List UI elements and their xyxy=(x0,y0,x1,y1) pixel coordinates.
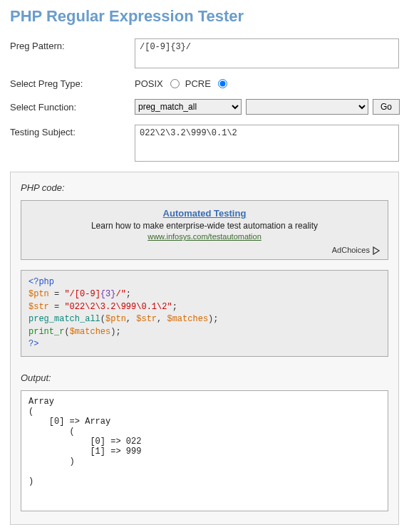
code-l4-c1: , xyxy=(126,314,136,324)
code-l4-func: preg_match_all xyxy=(29,314,100,324)
code-l5-p1: ( xyxy=(64,327,69,337)
results-panel: PHP code: Automated Testing Learn how to… xyxy=(10,172,399,525)
code-l5-func: print_r xyxy=(29,327,64,337)
code-l3-semi: ; xyxy=(172,302,177,312)
code-l3-str: "022\2\3.2\999\0.1\2" xyxy=(64,302,172,312)
code-l2-semi: ; xyxy=(126,289,131,299)
code-l3-var: $str xyxy=(29,302,49,312)
code-l3-eq: = xyxy=(49,302,65,312)
output-box: Array ( [0] => Array ( [0] => 022 [1] =>… xyxy=(21,390,388,511)
code-l2-str1: "/[0-9] xyxy=(64,289,100,299)
adchoices-label[interactable]: AdChoices xyxy=(332,246,370,254)
function-select[interactable]: preg_match_all xyxy=(135,99,242,115)
output-heading: Output: xyxy=(21,372,388,383)
pcre-label: PCRE xyxy=(185,78,211,89)
code-close-tag: ?> xyxy=(29,339,38,349)
pattern-label: Preg Pattern: xyxy=(10,38,135,51)
code-l4-arg3: $matches xyxy=(167,314,208,324)
subject-label: Testing Subject: xyxy=(10,125,135,137)
code-l2-eq: = xyxy=(49,289,65,299)
extra-select[interactable] xyxy=(246,99,368,115)
posix-radio[interactable] xyxy=(170,79,180,88)
ad-description: Learn how to make enterprise-wide test a… xyxy=(91,221,318,231)
ad-title-link[interactable]: Automated Testing xyxy=(163,208,247,219)
code-l2-var: $ptn xyxy=(29,289,49,299)
ad-box: Automated Testing Learn how to make ente… xyxy=(21,200,388,260)
code-open-tag: <?php xyxy=(29,277,54,287)
code-l4-p1: ( xyxy=(100,314,105,324)
code-l2-str2: {3} xyxy=(100,289,116,299)
code-l4-c2: , xyxy=(157,314,167,324)
adchoices-icon xyxy=(372,246,380,255)
code-l4-arg1: $ptn xyxy=(105,314,126,324)
preg-type-label: Select Preg Type: xyxy=(10,78,135,89)
function-label: Select Function: xyxy=(10,102,135,113)
posix-label: POSIX xyxy=(135,78,163,89)
code-l2-str3: /" xyxy=(115,289,125,299)
php-code-heading: PHP code: xyxy=(21,182,388,193)
subject-input[interactable]: 022\2\3.2\999\0.1\2 xyxy=(135,125,399,162)
ad-url-link[interactable]: www.infosys.com/testautomation xyxy=(147,232,262,241)
code-l5-arg: $matches xyxy=(70,327,111,337)
go-button[interactable]: Go xyxy=(373,99,400,115)
php-code-box: <?php $ptn = "/[0-9]{3}/"; $str = "022\2… xyxy=(21,270,388,357)
code-l4-arg2: $str xyxy=(136,314,157,324)
code-l5-p2: ); xyxy=(110,327,120,337)
page-title: PHP Regular Expression Tester xyxy=(10,7,399,26)
pcre-radio[interactable] xyxy=(218,79,227,88)
pattern-input[interactable]: /[0-9]{3}/ xyxy=(135,38,399,68)
code-l4-p2: ); xyxy=(208,314,218,324)
